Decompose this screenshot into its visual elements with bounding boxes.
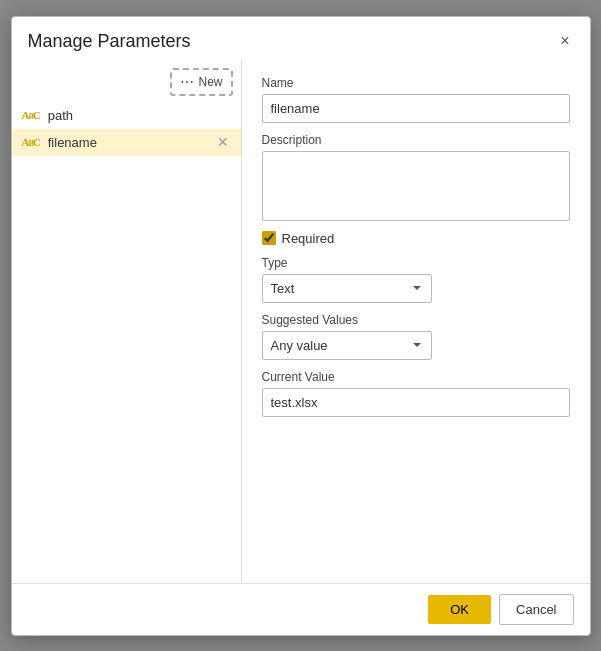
description-textarea[interactable]	[262, 151, 570, 221]
name-field-group: Name	[262, 76, 570, 123]
suggested-field-group: Suggested Values Any value List of value…	[262, 313, 570, 360]
new-button[interactable]: ⋯ New	[170, 68, 232, 96]
abc-icon: ABC	[22, 110, 40, 121]
required-row: Required	[262, 231, 570, 246]
current-value-field-group: Current Value	[262, 370, 570, 417]
abc-icon: ABC	[22, 137, 40, 148]
list-item[interactable]: ABC path	[12, 102, 241, 129]
param-name: filename	[48, 135, 207, 150]
dialog-title: Manage Parameters	[28, 31, 191, 52]
current-value-input[interactable]	[262, 388, 570, 417]
description-field-group: Description	[262, 133, 570, 221]
param-list: ABC path ABC filename ✕	[12, 102, 241, 575]
description-label: Description	[262, 133, 570, 147]
manage-parameters-dialog: Manage Parameters × ⋯ New ABC path ABC	[11, 16, 591, 636]
new-label: New	[198, 75, 222, 89]
name-label: Name	[262, 76, 570, 90]
type-label: Type	[262, 256, 570, 270]
right-panel: Name Description Required Type Text Numb…	[242, 60, 590, 583]
ok-button[interactable]: OK	[428, 595, 491, 624]
dialog-header: Manage Parameters ×	[12, 17, 590, 60]
delete-param-button[interactable]: ✕	[215, 135, 231, 149]
new-icon: ⋯	[180, 74, 194, 90]
dialog-footer: OK Cancel	[12, 583, 590, 635]
suggested-label: Suggested Values	[262, 313, 570, 327]
cancel-button[interactable]: Cancel	[499, 594, 573, 625]
suggested-select[interactable]: Any value List of values Query	[262, 331, 432, 360]
param-name: path	[48, 108, 231, 123]
type-select[interactable]: Text Number Date Logical Binary Duration…	[262, 274, 432, 303]
dialog-body: ⋯ New ABC path ABC filename ✕	[12, 60, 590, 583]
current-value-label: Current Value	[262, 370, 570, 384]
left-toolbar: ⋯ New	[12, 68, 241, 102]
type-field-group: Type Text Number Date Logical Binary Dur…	[262, 256, 570, 303]
left-panel: ⋯ New ABC path ABC filename ✕	[12, 60, 242, 583]
list-item[interactable]: ABC filename ✕	[12, 129, 241, 156]
close-button[interactable]: ×	[556, 31, 573, 51]
name-input[interactable]	[262, 94, 570, 123]
required-checkbox[interactable]	[262, 231, 276, 245]
required-label[interactable]: Required	[282, 231, 335, 246]
